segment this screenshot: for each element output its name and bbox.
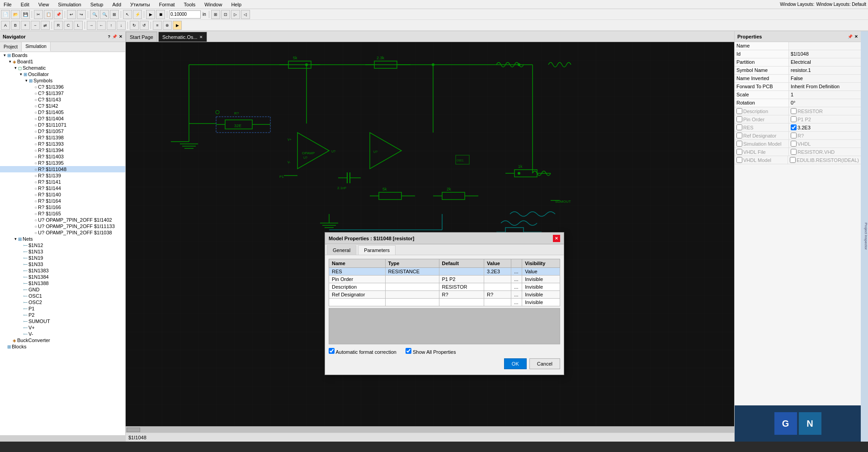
modal-row-1[interactable]: Pin OrderP1 P2...Invisible	[329, 276, 560, 283]
nav-pin-icon[interactable]: 📌	[112, 34, 117, 39]
tree-item-21[interactable]: ○R? $1I144	[0, 185, 125, 191]
tb2-1[interactable]: A	[1, 21, 10, 30]
tb-paste[interactable]: 📌	[54, 10, 63, 19]
prop-cb-name-check-5[interactable]	[736, 149, 742, 155]
menu-view[interactable]: View	[37, 1, 51, 8]
nav-tab-project[interactable]: Project	[0, 42, 22, 52]
modal-tab-general[interactable]: General	[327, 245, 356, 255]
tree-item-10[interactable]: ○D? $1I1404	[0, 115, 125, 122]
tb-snap[interactable]: ⊡	[221, 10, 230, 19]
tree-item-5[interactable]: ○C? $1I1396	[0, 84, 125, 90]
modal-cell-1-4[interactable]: ...	[511, 276, 522, 283]
nav-tree[interactable]: ▾⊞Boards▾◈Board1▾◻Schematic▾⊞Oscillator▾…	[0, 52, 125, 435]
cancel-button[interactable]: Cancel	[529, 358, 560, 369]
tree-item-27[interactable]: ○U? OPAMP_7PIN_2OFF $1I11133	[0, 223, 125, 229]
tree-item-17[interactable]: ○R? $1I1395	[0, 160, 125, 166]
tree-item-8[interactable]: ○C? $1I42	[0, 103, 125, 109]
menu-setup[interactable]: Setup	[89, 1, 105, 8]
tree-item-23[interactable]: ○R? $1I164	[0, 198, 125, 204]
prop-cb-val-check-2[interactable]	[791, 124, 797, 130]
modal-cell-2-4[interactable]: ...	[511, 283, 522, 291]
prop-cb-name-check-1[interactable]	[736, 116, 742, 122]
tree-item-39[interactable]: ⟝OSC2	[0, 299, 125, 305]
tree-item-7[interactable]: ○C? $1I143	[0, 96, 125, 103]
tb-stop-sim[interactable]: ⏹	[156, 10, 165, 19]
menu-format[interactable]: Format	[157, 1, 177, 8]
prop-cb-name-check-6[interactable]	[736, 157, 742, 163]
tree-item-22[interactable]: ○R? $1I140	[0, 191, 125, 198]
tb2-3[interactable]: +	[21, 21, 30, 30]
tb-zoom-in[interactable]: 🔍	[90, 10, 99, 19]
tb2-8[interactable]: L	[74, 21, 83, 30]
tb-more1[interactable]: ▷	[231, 10, 240, 19]
tree-item-16[interactable]: ○R? $1I1403	[0, 153, 125, 160]
tb-wire[interactable]: ⚡	[133, 10, 142, 19]
prop-cb-val-check-4[interactable]	[791, 141, 797, 147]
tree-item-31[interactable]: ⟝$1N13	[0, 248, 125, 255]
tree-item-43[interactable]: ⟝V+	[0, 324, 125, 331]
menu-simulation[interactable]: Simulation	[56, 1, 83, 8]
menu-help[interactable]: Help	[229, 1, 243, 8]
tree-item-35[interactable]: ⟝$1N1384	[0, 274, 125, 280]
nav-help-icon[interactable]: ?	[108, 34, 111, 39]
schematic-area[interactable]: 32E R? 5k 2.3k OPAMP U? V+	[126, 42, 734, 426]
tree-item-40[interactable]: ⟝P1	[0, 305, 125, 312]
tree-item-4[interactable]: ▾⊞Symbols	[0, 77, 125, 84]
tree-item-3[interactable]: ▾⊞Oscillator	[0, 71, 125, 77]
tree-item-25[interactable]: ○R? $1I165	[0, 210, 125, 217]
tb-new[interactable]: 📄	[1, 10, 10, 19]
tb-zoom-out[interactable]: 🔍	[100, 10, 109, 19]
tb2-5[interactable]: ⇌	[41, 21, 50, 30]
doc-tab-schematic[interactable]: Schematic.Os... ✕	[158, 32, 207, 42]
tb-open[interactable]: 📂	[11, 10, 20, 19]
prop-cb-name-check-4[interactable]	[736, 141, 742, 147]
tree-item-0[interactable]: ▾⊞Boards	[0, 52, 125, 58]
tb-zoom-fit[interactable]: ⊞	[110, 10, 119, 19]
prop-cb-val-check-6[interactable]	[790, 157, 796, 163]
modal-close-button[interactable]: ✕	[553, 235, 560, 242]
prop-cb-val-check-1[interactable]	[791, 116, 797, 122]
modal-row-3[interactable]: Ref DesignatorR?R?...Invisible	[329, 291, 560, 299]
modal-tab-parameters[interactable]: Parameters	[358, 245, 396, 255]
modal-cell-3-4[interactable]: ...	[511, 291, 522, 299]
scroll-thumb[interactable]	[127, 428, 140, 432]
menu-utils[interactable]: Утилиты	[128, 1, 152, 8]
tb-redo[interactable]: ↪	[77, 10, 86, 19]
tb2-16[interactable]: ⊗	[163, 21, 172, 30]
ok-button[interactable]: OK	[504, 358, 527, 369]
tb2-12[interactable]: ↓	[117, 21, 126, 30]
auto-format-checkbox[interactable]	[329, 348, 335, 354]
tb2-6[interactable]: R	[54, 21, 63, 30]
prop-cb-val-check-3[interactable]	[791, 133, 797, 138]
prop-cb-name-check-2[interactable]	[736, 124, 742, 130]
menu-window[interactable]: Window	[203, 1, 224, 8]
tb-copy[interactable]: 📋	[44, 10, 53, 19]
tree-item-26[interactable]: ○U? OPAMP_7PIN_2OFF $1I1402	[0, 217, 125, 223]
modal-cell-0-4[interactable]: ...	[511, 268, 522, 276]
tree-item-32[interactable]: ⟝$1N19	[0, 255, 125, 261]
modal-row-2[interactable]: DescriptionRESISTOR...Invisible	[329, 283, 560, 291]
tree-item-46[interactable]: ⊞Blocks	[0, 343, 125, 350]
modal-cell-4-4[interactable]: ...	[511, 299, 522, 306]
tree-item-28[interactable]: ○U? OPAMP_7PIN_2OFF $1I1038	[0, 229, 125, 236]
tb-undo[interactable]: ↩	[67, 10, 76, 19]
show-all-checkbox[interactable]	[406, 348, 411, 354]
tree-item-20[interactable]: ○R? $1I141	[0, 179, 125, 185]
tb2-10[interactable]: ←	[97, 21, 106, 30]
props-pin-icon[interactable]: 📌	[848, 34, 853, 39]
nav-close-icon[interactable]: ✕	[119, 34, 123, 39]
tb2-sim-run[interactable]: ▶	[173, 21, 182, 30]
tree-item-13[interactable]: ○R? $1I1398	[0, 134, 125, 141]
tree-item-34[interactable]: ⟝$1N1383	[0, 267, 125, 274]
prop-cb-val-check-0[interactable]	[791, 108, 797, 114]
tree-item-24[interactable]: ○R? $1I166	[0, 204, 125, 210]
tree-item-44[interactable]: ⟝V-	[0, 331, 125, 337]
tb-save[interactable]: 💾	[21, 10, 30, 19]
doc-tab-schematic-close[interactable]: ✕	[199, 35, 203, 39]
tree-item-37[interactable]: ⟝GND	[0, 286, 125, 293]
scrollbar-bottom[interactable]	[126, 426, 734, 433]
tree-item-1[interactable]: ▾◈Board1	[0, 58, 125, 65]
tb-cut[interactable]: ✂	[34, 10, 43, 19]
menu-add[interactable]: Add	[110, 1, 123, 8]
tree-item-9[interactable]: ○D? $1I1405	[0, 109, 125, 115]
